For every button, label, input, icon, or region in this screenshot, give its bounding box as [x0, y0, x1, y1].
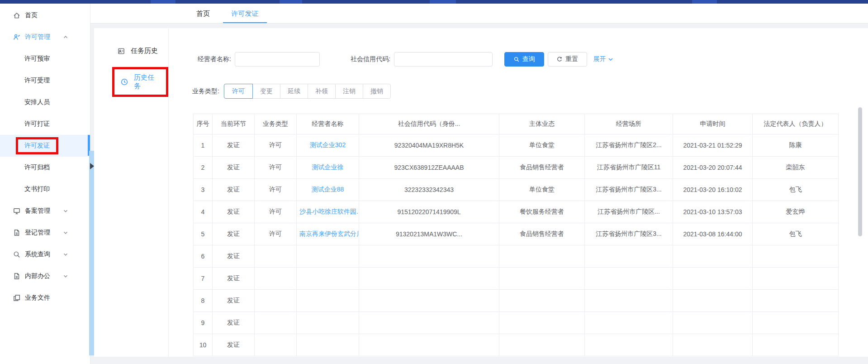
- sidebar-item-系统查询[interactable]: 系统查询: [0, 244, 90, 265]
- sidebar-item-备案管理[interactable]: 备案管理: [0, 200, 90, 222]
- table-cell: 92320404MA19XR8H5K: [359, 134, 499, 157]
- table-cell: [499, 268, 585, 290]
- sidebar-item-内部办公[interactable]: 内部办公: [0, 265, 90, 287]
- strip-block: [151, 0, 175, 4]
- table-cell: [359, 245, 499, 268]
- table-cell: [753, 268, 839, 290]
- sidebar-item-许可预审[interactable]: 许可预审: [0, 48, 90, 70]
- vertical-scrollbar[interactable]: [858, 107, 862, 236]
- business-type-option-撤销[interactable]: 撤销: [363, 84, 391, 99]
- table-cell: [673, 312, 753, 334]
- business-type-option-延续[interactable]: 延续: [280, 84, 308, 99]
- files-icon: [13, 294, 21, 302]
- task-history-icon: [117, 47, 125, 55]
- subnav-highlight: 历史任务: [112, 67, 168, 97]
- table-cell: 3: [194, 179, 213, 201]
- business-type-option-变更[interactable]: 变更: [252, 84, 280, 99]
- table-cell: [359, 312, 499, 334]
- table-cell: 江苏省扬州市广陵区11: [585, 157, 673, 179]
- table-cell: 许可: [255, 134, 297, 157]
- operator-name-link[interactable]: 测试企业302: [310, 141, 346, 148]
- table-cell: 10: [194, 334, 213, 356]
- table-row: 3发证许可测试企业8832232332342343单位食堂江苏省扬州市广陵区3.…: [194, 179, 839, 201]
- table-cell: 江苏省扬州市广陵区3...: [585, 223, 673, 245]
- table-cell: 发证: [213, 223, 255, 245]
- search-icon: [513, 56, 520, 62]
- table-cell: 江苏省扬州市广陵区...: [585, 201, 673, 223]
- table-cell: 江苏省扬州市广陵区2...: [585, 134, 673, 157]
- search-button[interactable]: 查询: [504, 52, 544, 67]
- table-cell: [359, 268, 499, 290]
- sidebar-item-文书打印[interactable]: 文书打印: [0, 178, 90, 200]
- sidebar-item-许可归档[interactable]: 许可归档: [0, 157, 90, 178]
- sidebar-item-业务文件[interactable]: 业务文件: [0, 287, 90, 309]
- search-icon: [13, 250, 21, 259]
- column-header: 业务类型: [255, 114, 297, 134]
- sidebar-item-首页[interactable]: 首页: [0, 5, 90, 26]
- tab-license-issuing[interactable]: 许可发证: [223, 4, 267, 23]
- tab-bar: 首页 许可发证: [90, 4, 868, 24]
- chevron-down-icon: [63, 208, 68, 214]
- table-row: 6发证: [194, 245, 839, 268]
- operator-name-input[interactable]: [235, 52, 320, 67]
- table-cell: 91320213MA1W3WC...: [359, 223, 499, 245]
- table-cell: 发证: [213, 134, 255, 157]
- operator-name-link[interactable]: 南京再来伊份玄武分店: [299, 230, 359, 237]
- table-cell: 2021-03-21 01:52:29: [673, 134, 753, 157]
- top-browser-strip: [0, 0, 868, 4]
- table-cell: 2021-03-10 13:57:03: [673, 201, 753, 223]
- reset-button[interactable]: 重置: [548, 52, 587, 67]
- subnav-item-history-tasks[interactable]: 历史任务: [120, 73, 160, 91]
- chevron-down-icon: [63, 252, 68, 257]
- sidebar-menu: 首页许可管理许可预审许可受理安排人员许可打证许可发证许可归档文书打印备案管理登记…: [0, 4, 90, 364]
- table-cell: 沙县小吃徐庄软件园...: [297, 201, 359, 223]
- table-cell: 32232332342343: [359, 179, 499, 201]
- table-cell: 发证: [213, 312, 255, 334]
- sidebar-item-许可管理[interactable]: 许可管理: [0, 26, 90, 48]
- table-cell: 4: [194, 201, 213, 223]
- credit-code-input[interactable]: [394, 52, 493, 67]
- column-header: 经营者名称: [297, 114, 359, 134]
- sidebar-item-许可发证[interactable]: 许可发证: [0, 135, 90, 157]
- operator-name-link[interactable]: 沙县小吃徐庄软件园...: [299, 208, 359, 215]
- document-icon: [13, 272, 21, 280]
- sidebar-item-label: 许可发证: [16, 137, 58, 154]
- sidebar-item-许可受理[interactable]: 许可受理: [0, 70, 90, 91]
- monitor-icon: [13, 207, 21, 215]
- table-cell: [255, 268, 297, 290]
- business-type-option-补领[interactable]: 补领: [308, 84, 336, 99]
- subnav-item-label: 历史任务: [134, 73, 160, 91]
- sidebar-item-label: 登记管理: [25, 229, 50, 237]
- table-cell: 南京再来伊份玄武分店: [297, 223, 359, 245]
- table-cell: 91512022071419909L: [359, 201, 499, 223]
- table-cell: [359, 334, 499, 356]
- subnav-item-task-history[interactable]: 任务历史: [117, 47, 158, 55]
- sidebar-item-安排人员[interactable]: 安排人员: [0, 91, 90, 113]
- table-cell: 发证: [213, 290, 255, 312]
- results-table-wrap: 序号当前环节业务类型经营者名称社会信用代码（身份...主体业态经营场所申请时间法…: [193, 114, 839, 356]
- collapse-arrow-icon[interactable]: [90, 163, 94, 169]
- table-cell: [585, 268, 673, 290]
- expand-link[interactable]: 展开: [593, 55, 613, 63]
- business-type-option-许可[interactable]: 许可: [224, 84, 253, 99]
- sidebar-item-许可打证[interactable]: 许可打证: [0, 113, 90, 135]
- column-header: 法定代表人（负责人）: [753, 114, 839, 134]
- table-cell: [585, 245, 673, 268]
- column-header: 申请时间: [673, 114, 753, 134]
- table-cell: [499, 290, 585, 312]
- operator-name-link[interactable]: 测试企业88: [312, 186, 344, 193]
- chevron-down-icon: [608, 57, 613, 62]
- operator-name-link[interactable]: 测试企业徐: [312, 163, 344, 171]
- business-type-option-注销[interactable]: 注销: [335, 84, 363, 99]
- table-cell: [297, 268, 359, 290]
- sidebar-item-label: 备案管理: [25, 207, 50, 215]
- sidebar-item-登记管理[interactable]: 登记管理: [0, 222, 90, 244]
- tab-home[interactable]: 首页: [188, 4, 218, 23]
- column-header: 当前环节: [213, 114, 255, 134]
- table-row: 8发证: [194, 290, 839, 312]
- red-highlight-box: 历史任务: [112, 67, 168, 97]
- table-cell: 7: [194, 268, 213, 290]
- table-cell: 发证: [213, 268, 255, 290]
- table-cell: [499, 334, 585, 356]
- table-cell: 食品销售经营者: [499, 223, 585, 245]
